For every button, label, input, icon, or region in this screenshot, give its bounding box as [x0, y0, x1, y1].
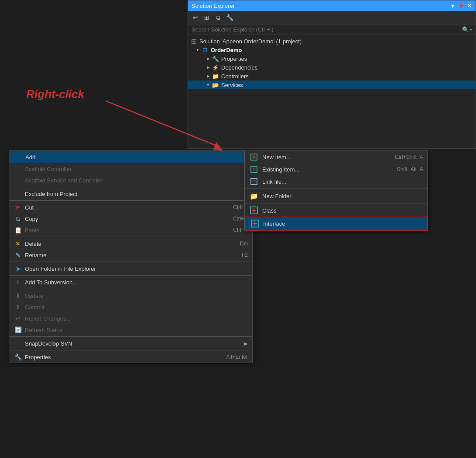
cm-label-revert: Revert Changes... — [25, 315, 248, 322]
tree-item-controllers[interactable]: ▶ 📁 Controllers — [188, 72, 476, 80]
cm-label-properties: Properties — [25, 354, 217, 360]
cm-sub-item-new-item[interactable]: New Item... Ctrl+Shift+A — [245, 151, 427, 163]
add-subversion-icon: + — [14, 279, 22, 286]
cm-separator-2 — [9, 200, 252, 201]
cm-sub-label-link-file: Link file... — [262, 178, 423, 185]
commit-icon: ⬆ — [14, 304, 22, 311]
scaffold-service-icon — [14, 177, 22, 184]
cm-label-delete: Delete — [25, 241, 231, 247]
cm-item-paste: 📋 Paste Ctrl+V — [9, 224, 252, 236]
tree-label-solution: Solution 'Appeon.OrderDemo' (1 project) — [199, 38, 302, 45]
se-toolbar: ↩ ⊞ ⧉ 🔧 — [188, 11, 476, 24]
tree-label-orderdemo: OrderDemo — [211, 47, 242, 53]
cm-item-open-folder[interactable]: ➤ Open Folder in File Explorer — [9, 263, 252, 274]
cm-item-snapdevelop[interactable]: SnapDevelop SVN ▶ — [9, 338, 252, 349]
cm-separator-3 — [9, 237, 252, 237]
cut-icon: ✂ — [14, 204, 22, 211]
cm-item-exclude[interactable]: Exclude from Project — [9, 188, 252, 199]
project-icon: ⊟ — [201, 46, 209, 53]
tree-arrow-dependencies: ▶ — [205, 65, 211, 70]
pin-window-icon[interactable]: 📌 — [457, 2, 464, 9]
properties-folder-icon: 🔧 — [212, 55, 219, 62]
copy-icon: ⧉ — [14, 215, 22, 222]
cm-sub-item-existing[interactable]: Existing Item... Shift+Alt+A — [245, 163, 427, 175]
tree-arrow-controllers: ▶ — [205, 73, 211, 79]
snapdevelop-icon — [14, 340, 22, 347]
cm-sub-label-new-item: New Item... — [262, 154, 395, 161]
cm-item-scaffold-service: Scaffold Service and Controller — [9, 175, 252, 186]
tree-item-services[interactable]: ▼ 📂 Services — [188, 80, 476, 89]
cm-separator-4 — [9, 262, 252, 262]
tree-item-dependencies[interactable]: ▶ ⚡ Dependencies — [188, 63, 476, 72]
cm-separator-8 — [9, 350, 252, 350]
tree-label-dependencies: Dependencies — [221, 64, 257, 71]
exclude-icon — [14, 190, 22, 197]
back-toolbar-btn[interactable]: ↩ — [191, 13, 200, 22]
cm-label-exclude: Exclude from Project — [25, 191, 248, 197]
annotation-arrow — [105, 101, 227, 153]
cm-item-add-subversion[interactable]: + Add To Subversion... — [9, 276, 252, 288]
settings-toolbar-btn[interactable]: 🔧 — [225, 13, 234, 22]
context-menu-sub: New Item... Ctrl+Shift+A Existing Item..… — [244, 150, 428, 231]
cm-separator-7 — [9, 336, 252, 337]
revert-icon: ↩ — [14, 315, 22, 322]
interface-icon — [250, 220, 260, 227]
cm-item-cut[interactable]: ✂ Cut Ctrl+X — [9, 202, 252, 213]
svg-marker-1 — [213, 142, 223, 151]
services-folder-icon: 📂 — [212, 81, 219, 88]
annotation-text: Right-click — [26, 87, 84, 101]
delete-icon: ✕ — [14, 240, 22, 247]
cm-shortcut-delete: Del — [240, 241, 248, 247]
copy-toolbar-btn[interactable]: ⧉ — [213, 13, 223, 22]
cm-sub-item-link-file[interactable]: Link file... — [245, 175, 427, 188]
snapdevelop-submenu-arrow: ▶ — [244, 341, 248, 346]
cm-item-properties[interactable]: 🔧 Properties Alt+Enter — [9, 351, 252, 363]
cm-label-update: Update — [25, 293, 248, 299]
cm-label-add-subversion: Add To Subversion... — [25, 279, 248, 286]
svg-rect-7 — [251, 178, 257, 185]
open-folder-icon: ➤ — [14, 265, 22, 272]
cm-sub-separator-2 — [245, 203, 427, 203]
scaffold-controller-icon — [14, 165, 22, 172]
cm-item-delete[interactable]: ✕ Delete Del — [9, 238, 252, 249]
cm-item-revert: ↩ Revert Changes... — [9, 313, 252, 324]
update-icon: ⬇ — [14, 292, 22, 299]
existing-item-icon — [249, 165, 259, 173]
se-search-bar: 🔍 ▾ — [188, 24, 476, 35]
search-icon: 🔍 — [462, 26, 469, 33]
cm-item-copy[interactable]: ⧉ Copy Ctrl+C — [9, 213, 252, 224]
cm-item-add[interactable]: Add ▶ — [9, 151, 252, 163]
cm-item-rename[interactable]: ✎ Rename F2 — [9, 249, 252, 261]
cm-label-open-folder: Open Folder in File Explorer — [25, 266, 248, 272]
cm-item-refresh: 🔄 Refresh Status — [9, 324, 252, 336]
tree-label-properties: Properties — [221, 56, 247, 62]
cm-label-snapdevelop: SnapDevelop SVN — [25, 340, 244, 347]
cm-sub-shortcut-new-item: Ctrl+Shift+A — [395, 154, 423, 160]
context-menu-main: Add ▶ Scaffold Controller Scaffold Servi… — [9, 150, 253, 363]
cm-sub-item-new-folder[interactable]: 📁 New Folder — [245, 190, 427, 202]
add-menu-icon — [14, 154, 23, 161]
close-icon[interactable]: ✕ — [467, 2, 472, 9]
pin-icon[interactable]: ▾ — [451, 2, 454, 9]
cm-label-copy: Copy — [25, 216, 224, 222]
tree-arrow-orderdemo: ▼ — [195, 47, 200, 52]
cm-sub-label-new-folder: New Folder — [262, 193, 423, 199]
solution-explorer-panel: Solution Explorer ▾ 📌 ✕ ↩ ⊞ ⧉ 🔧 🔍 ▾ ⊞ So… — [188, 0, 476, 149]
tree-arrow-properties: ▶ — [205, 56, 211, 61]
properties-icon: 🔧 — [14, 353, 22, 360]
cm-item-scaffold-controller: Scaffold Controller — [9, 163, 252, 175]
se-titlebar-controls: ▾ 📌 ✕ — [451, 2, 472, 9]
tree-item-solution[interactable]: ⊞ Solution 'Appeon.OrderDemo' (1 project… — [188, 37, 476, 45]
tree-label-services: Services — [221, 82, 243, 88]
tree-item-orderdemo[interactable]: ▼ ⊟ OrderDemo — [188, 45, 476, 54]
tree-arrow-services: ▼ — [205, 82, 211, 87]
expand-toolbar-btn[interactable]: ⊞ — [202, 13, 212, 22]
tree-item-properties[interactable]: ▶ 🔧 Properties — [188, 54, 476, 63]
cm-sub-item-interface[interactable]: Interface — [245, 217, 427, 231]
cm-label-rename: Rename — [25, 252, 233, 259]
search-dropdown-icon[interactable]: ▾ — [470, 27, 472, 32]
cm-sub-item-class[interactable]: Class — [245, 204, 427, 217]
paste-icon: 📋 — [14, 227, 22, 234]
search-input[interactable] — [191, 26, 462, 33]
se-title: Solution Explorer — [191, 3, 235, 9]
